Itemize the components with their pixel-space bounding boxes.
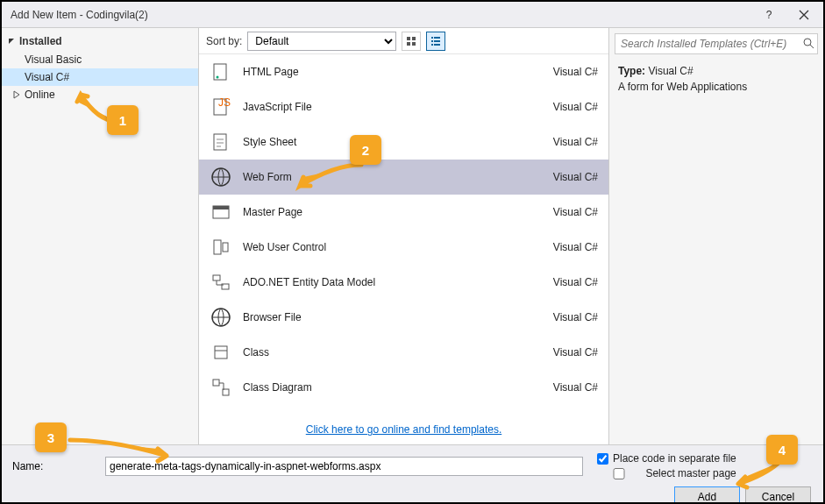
view-tiles-button[interactable] [402, 32, 421, 51]
type-value: Visual C# [648, 65, 693, 77]
template-lang: Visual C# [553, 206, 598, 218]
usercontrol-icon [210, 236, 232, 259]
select-master-checkbox[interactable] [597, 468, 641, 479]
template-javascript-file[interactable]: JS JavaScript File Visual C# [199, 89, 608, 124]
svg-rect-17 [213, 206, 229, 209]
webform-icon [210, 166, 232, 188]
svg-rect-19 [223, 243, 228, 252]
template-web-form[interactable]: Web Form Visual C# [199, 160, 608, 195]
template-class[interactable]: Class Visual C# [199, 335, 608, 370]
svg-rect-2 [407, 42, 410, 46]
svg-rect-10 [214, 64, 226, 80]
template-lang: Visual C# [553, 311, 598, 323]
main-area: Installed Visual Basic Visual C# Online … [2, 28, 823, 444]
dialog-buttons: Add Cancel [12, 486, 813, 504]
template-label: Style Sheet [243, 136, 543, 148]
template-master-page[interactable]: Master Page Visual C# [199, 195, 608, 230]
place-code-label: Place code in separate file [613, 452, 736, 465]
select-master-label: Select master page [645, 467, 736, 479]
sort-by-select[interactable]: Default [247, 32, 396, 51]
search-box [615, 33, 818, 54]
classdiagram-icon [210, 376, 232, 399]
masterpage-icon [210, 201, 232, 224]
browser-icon [210, 306, 232, 329]
template-label: ADO.NET Entity Data Model [243, 276, 543, 288]
svg-rect-24 [213, 380, 219, 386]
sort-bar: Sort by: Default [199, 28, 608, 54]
svg-point-26 [804, 39, 811, 46]
svg-rect-20 [213, 275, 220, 280]
template-label: Web User Control [243, 241, 543, 253]
template-lang: Visual C# [553, 136, 598, 148]
template-web-user-control[interactable]: Web User Control Visual C# [199, 230, 608, 265]
template-label: Browser File [243, 311, 543, 323]
template-label: Master Page [243, 206, 543, 218]
template-class-diagram[interactable]: Class Diagram Visual C# [199, 370, 608, 405]
template-label: Class Diagram [243, 381, 543, 394]
svg-rect-3 [412, 42, 416, 46]
svg-rect-9 [434, 44, 440, 46]
callout-4: 4 [766, 435, 798, 465]
svg-rect-0 [407, 37, 410, 40]
class-icon [210, 341, 232, 364]
js-icon: JS [210, 96, 232, 118]
installed-label: Installed [19, 35, 62, 47]
svg-point-11 [217, 76, 219, 79]
view-list-button[interactable] [426, 32, 445, 51]
template-browser-file[interactable]: Browser File Visual C# [199, 300, 608, 335]
template-ado-net-entity[interactable]: ADO.NET Entity Data Model Visual C# [199, 265, 608, 300]
name-input[interactable] [105, 457, 583, 476]
template-label: Web Form [243, 171, 543, 183]
svg-text:JS: JS [218, 97, 231, 109]
place-code-checkbox[interactable] [597, 453, 608, 465]
sidebar-item-visual-basic[interactable]: Visual Basic [2, 51, 198, 68]
entity-icon [210, 271, 232, 294]
search-input[interactable] [615, 33, 818, 54]
help-button[interactable]: ? [751, 3, 786, 27]
html-icon [210, 60, 232, 83]
close-button[interactable] [786, 3, 821, 27]
template-label: HTML Page [243, 66, 543, 78]
type-label: Type: [618, 65, 645, 77]
sidebar-item-visual-csharp[interactable]: Visual C# [2, 68, 198, 86]
svg-rect-5 [434, 37, 440, 39]
details-panel: Type: Visual C# A form for Web Applicati… [608, 28, 823, 444]
place-code-checkbox-row[interactable]: Place code in separate file [597, 452, 736, 465]
type-description: A form for Web Applications [618, 81, 814, 93]
template-details: Type: Visual C# A form for Web Applicati… [609, 60, 823, 98]
online-label: Online [25, 89, 55, 101]
template-style-sheet[interactable]: Style Sheet Visual C# [199, 124, 608, 160]
callout-3-arrow [61, 431, 175, 469]
svg-rect-1 [412, 37, 416, 40]
svg-rect-6 [431, 40, 433, 42]
svg-rect-4 [431, 37, 433, 39]
css-icon [210, 131, 232, 153]
template-lang: Visual C# [553, 66, 598, 78]
title-bar: Add New Item - Codingvila(2) ? [2, 2, 823, 28]
select-master-checkbox-row[interactable]: Select master page [597, 467, 736, 479]
svg-rect-25 [223, 389, 229, 395]
callout-3: 3 [35, 422, 67, 452]
template-lang: Visual C# [553, 276, 598, 288]
installed-group[interactable]: Installed [2, 32, 198, 51]
template-label: Class [243, 346, 543, 358]
sort-by-label: Sort by: [206, 35, 242, 47]
template-label: JavaScript File [243, 101, 543, 113]
online-templates-link[interactable]: Click here to go online and find templat… [306, 423, 501, 436]
template-list: HTML Page Visual C# JS JavaScript File V… [199, 54, 608, 415]
svg-rect-8 [431, 44, 433, 46]
svg-rect-7 [434, 40, 440, 42]
callout-2: 2 [350, 135, 381, 165]
svg-rect-23 [215, 346, 227, 358]
search-icon[interactable] [802, 37, 814, 52]
template-lang: Visual C# [553, 101, 598, 113]
template-panel: Sort by: Default HTML Page Visual C# JS … [199, 28, 608, 444]
callout-1: 1 [107, 105, 139, 135]
template-lang: Visual C# [553, 346, 598, 358]
template-lang: Visual C# [553, 241, 598, 253]
template-html-page[interactable]: HTML Page Visual C# [199, 54, 608, 89]
callout-2-arrow [291, 160, 370, 197]
template-lang: Visual C# [553, 381, 598, 394]
svg-rect-18 [214, 240, 221, 254]
svg-rect-14 [214, 134, 226, 150]
